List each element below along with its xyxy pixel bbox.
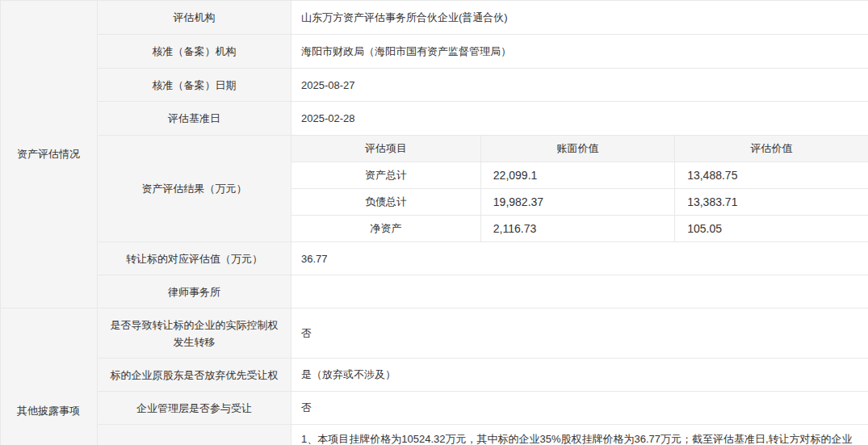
table-row: 核准（备案）机构 海阳市财政局（海阳市国有资产监督管理局） [1, 35, 868, 69]
row-value-major-matters: 1、本项目挂牌价格为10524.32万元，其中标的企业35%股权挂牌价格为36.… [291, 425, 868, 445]
table-row: 资产评估结果（万元） 评估项目 账面价值 评估价值 [1, 136, 868, 242]
table-row: 律师事务所 [1, 275, 868, 309]
table-row: 负债总计 19,982.37 13,383.71 [291, 189, 868, 216]
evaluation-result-table: 评估项目 账面价值 评估价值 资产总计 22,099.1 13,488.75 负… [291, 136, 868, 241]
eval-result-nested-cell: 评估项目 账面价值 评估价值 资产总计 22,099.1 13,488.75 负… [291, 136, 868, 242]
row-value-law-firm [291, 275, 868, 309]
section-title-asset-eval: 资产评估情况 [1, 1, 98, 309]
row-value-eval-agency: 山东万方资产评估事务所合伙企业(普通合伙) [291, 1, 868, 35]
row-label-waive-priority: 标的企业原股东是否放弃优先受让权 [98, 359, 291, 392]
sub-row-book-value: 22,099.1 [480, 162, 674, 189]
table-row: 企业管理层是否参与受让 否 [1, 392, 868, 425]
sub-row-eval-value: 13,488.75 [675, 162, 868, 189]
row-value-management-participate: 否 [291, 392, 868, 425]
row-value-control-transfer: 否 [291, 309, 868, 359]
disclosure-page: 资产评估情况 评估机构 山东万方资产评估事务所合伙企业(普通合伙) 核准（备案）… [0, 0, 868, 445]
table-row: 评估项目 账面价值 评估价值 [291, 136, 868, 162]
row-label-base-date: 评估基准日 [98, 102, 291, 136]
table-row: 资产评估情况 评估机构 山东万方资产评估事务所合伙企业(普通合伙) [1, 1, 868, 35]
row-value-approval-agency: 海阳市财政局（海阳市国有资产监督管理局） [291, 35, 868, 69]
row-value-waive-priority: 是（放弃或不涉及） [291, 359, 868, 392]
row-label-transfer-eval-value: 转让标的对应评估值（万元） [98, 242, 291, 275]
sub-row-item: 负债总计 [291, 189, 480, 216]
row-value-transfer-eval-value: 36.77 [291, 242, 868, 275]
table-row: 重大事项及其他披露内容 1、本项目挂牌价格为10524.32万元，其中标的企业3… [1, 425, 868, 445]
sub-header-book-value: 账面价值 [480, 136, 674, 162]
sub-header-item: 评估项目 [291, 136, 480, 162]
row-value-base-date: 2025-02-28 [291, 102, 868, 136]
section-title-other-disclosure: 其他披露事项 [1, 309, 98, 445]
table-row: 评估基准日 2025-02-28 [1, 102, 868, 136]
sub-header-eval-value: 评估价值 [675, 136, 868, 162]
row-label-eval-agency: 评估机构 [98, 1, 291, 35]
sub-row-book-value: 19,982.37 [480, 189, 674, 216]
table-row: 其他披露事项 是否导致转让标的企业的实际控制权发生转移 否 [1, 309, 868, 359]
sub-row-item: 净资产 [291, 216, 480, 242]
major-matters-paragraph-1: 1、本项目挂牌价格为10524.32万元，其中标的企业35%股权挂牌价格为36.… [301, 429, 858, 445]
sub-row-book-value: 2,116.73 [480, 216, 674, 242]
table-row: 净资产 2,116.73 105.05 [291, 216, 868, 242]
sub-row-eval-value: 105.05 [675, 216, 868, 242]
table-row: 标的企业原股东是否放弃优先受让权 是（放弃或不涉及） [1, 359, 868, 392]
row-label-management-participate: 企业管理层是否参与受让 [98, 392, 291, 425]
asset-evaluation-disclosure-table: 资产评估情况 评估机构 山东万方资产评估事务所合伙企业(普通合伙) 核准（备案）… [0, 0, 868, 445]
table-row: 核准（备案）日期 2025-08-27 [1, 69, 868, 102]
row-label-control-transfer: 是否导致转让标的企业的实际控制权发生转移 [98, 309, 291, 359]
row-label-major-matters: 重大事项及其他披露内容 [98, 425, 291, 445]
row-label-approval-agency: 核准（备案）机构 [98, 35, 291, 69]
row-label-approval-date: 核准（备案）日期 [98, 69, 291, 102]
table-row: 转让标的对应评估值（万元） 36.77 [1, 242, 868, 275]
row-label-eval-result: 资产评估结果（万元） [98, 136, 291, 242]
sub-row-item: 资产总计 [291, 162, 480, 189]
sub-row-eval-value: 13,383.71 [675, 189, 868, 216]
table-row: 资产总计 22,099.1 13,488.75 [291, 162, 868, 189]
row-value-approval-date: 2025-08-27 [291, 69, 868, 102]
row-label-law-firm: 律师事务所 [98, 275, 291, 309]
